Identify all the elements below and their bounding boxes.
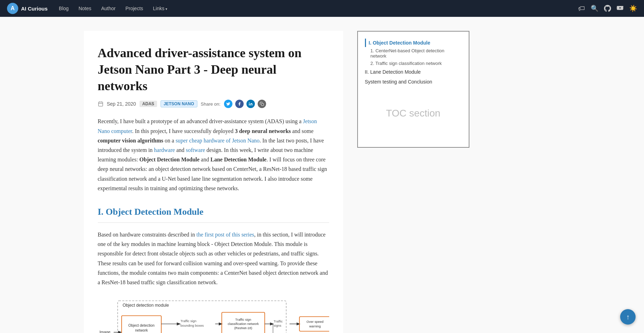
nav-notes[interactable]: Notes <box>74 4 96 13</box>
nav-links: Blog Notes Author Projects Links <box>55 4 171 13</box>
svg-text:Image: Image <box>99 330 110 333</box>
svg-text:signs: signs <box>273 324 281 327</box>
svg-text:Over speed: Over speed <box>306 320 324 324</box>
toc-sidebar: I. Object Detection Module 1. CenterNet-… <box>357 31 469 333</box>
logo-circle: A <box>7 3 18 14</box>
svg-rect-4 <box>249 104 250 106</box>
svg-text:Traffic sign: Traffic sign <box>235 318 251 321</box>
link-first-post[interactable]: the first post of this series <box>196 232 254 238</box>
calendar-icon <box>98 101 103 107</box>
toc-item-object-detection[interactable]: I. Object Detection Module <box>365 39 462 47</box>
theme-toggle[interactable]: ☀️ <box>629 5 637 12</box>
search-icon[interactable]: 🔍 <box>591 5 598 12</box>
toc-item-lane-detection[interactable]: II. Lane Detection Module <box>365 67 462 77</box>
architecture-diagram: Object detection module Image Object det… <box>98 295 329 333</box>
tag-adas[interactable]: ADAS <box>140 101 157 107</box>
svg-text:Object detection: Object detection <box>128 324 155 327</box>
youtube-icon[interactable] <box>617 6 624 11</box>
svg-text:Traffic sign: Traffic sign <box>180 319 196 323</box>
svg-text:(ResNet-18): (ResNet-18) <box>234 326 252 330</box>
section1-paragraph: Based on hardware constraints described … <box>98 230 329 287</box>
nav-icon-group: 🏷 🔍 ☀️ <box>578 5 637 13</box>
github-icon[interactable] <box>604 5 611 12</box>
article-body: Recently, I have built a prototype of an… <box>98 116 329 333</box>
article-meta: Sep 21, 2020 ADAS JETSON NANO Share on: <box>98 100 329 108</box>
article-title: Advanced driver-assistance system on Jet… <box>98 45 329 94</box>
navbar: A AI Curious Blog Notes Author Projects … <box>0 0 644 17</box>
svg-text:Object detection module: Object detection module <box>122 303 169 308</box>
section1-divider <box>98 222 329 223</box>
svg-text:bounding boxes: bounding boxes <box>180 324 204 327</box>
share-copy[interactable] <box>258 100 266 108</box>
diagram-container: Object detection module Image Object det… <box>98 295 329 333</box>
svg-text:Traffic: Traffic <box>273 320 283 324</box>
brand-name: AI Curious <box>21 6 48 12</box>
section1-heading: I. Object Detection Module <box>98 204 329 220</box>
svg-rect-6 <box>261 104 264 106</box>
toc-subitem-traffic-sign[interactable]: 2. Traffic sign classification network <box>365 60 462 67</box>
toc-subitem-centernet[interactable]: 1. CenterNet-based Object detection netw… <box>365 47 462 60</box>
toc-box: I. Object Detection Module 1. CenterNet-… <box>357 31 469 148</box>
link-cheap-hardware[interactable]: super cheap hardware of Jetson Nano <box>176 138 259 144</box>
svg-text:warning: warning <box>309 324 320 328</box>
share-facebook[interactable] <box>235 100 244 108</box>
link-software[interactable]: software <box>186 147 205 153</box>
toc-item-system-testing[interactable]: System testing and Conclusion <box>365 77 462 87</box>
share-icons <box>224 100 266 108</box>
svg-rect-0 <box>99 102 103 106</box>
bookmark-icon[interactable]: 🏷 <box>578 5 585 13</box>
intro-paragraph: Recently, I have built a prototype of an… <box>98 116 329 193</box>
scroll-top-button[interactable]: ↑ <box>620 309 636 325</box>
nav-blog[interactable]: Blog <box>55 4 73 13</box>
share-linkedin[interactable] <box>246 100 255 108</box>
nav-author[interactable]: Author <box>97 4 120 13</box>
svg-point-5 <box>249 102 250 103</box>
link-hardware[interactable]: hardware <box>154 147 175 153</box>
page-wrapper: Advanced driver-assistance system on Jet… <box>77 17 568 333</box>
nav-projects[interactable]: Projects <box>121 4 148 13</box>
svg-text:classification network: classification network <box>228 322 259 326</box>
article-date: Sep 21, 2020 <box>107 101 136 107</box>
svg-text:network: network <box>135 328 148 332</box>
nav-links-menu[interactable]: Links <box>149 4 171 13</box>
share-label: Share on: <box>201 101 221 107</box>
toc-section-placeholder: TOC section <box>365 87 462 140</box>
article: Advanced driver-assistance system on Jet… <box>84 31 343 333</box>
tag-jetson[interactable]: JETSON NANO <box>161 100 197 107</box>
share-twitter[interactable] <box>224 100 232 108</box>
nav-logo[interactable]: A AI Curious <box>7 3 48 14</box>
